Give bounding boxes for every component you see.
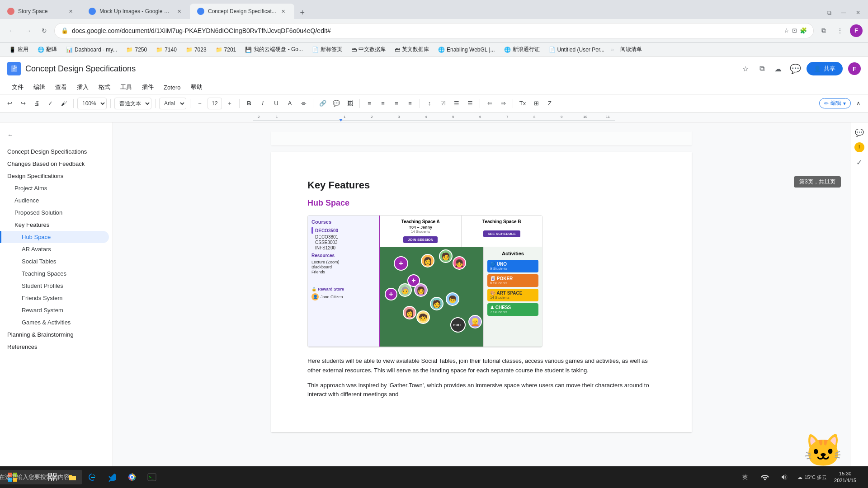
weather-widget[interactable]: ☁ 15°C 多云 [796,474,829,481]
back-button[interactable]: ← [5,24,18,37]
tab-close-btn[interactable]: ✕ [67,8,74,15]
bookmark-cndb[interactable]: 🗃中文数据库 [348,45,389,54]
bookmark-dashboard[interactable]: 📊Dashboard - my... [62,46,121,54]
volume-icon[interactable] [776,468,794,486]
see-schedule-btn[interactable]: SEE SCHEDULE [483,230,520,237]
sidebar-item-friends-system[interactable]: Friends System [0,292,109,304]
undo-btn[interactable]: ↩ [4,98,15,109]
italic-btn[interactable]: I [257,98,269,109]
font-select[interactable]: Arial [159,98,186,109]
plus-btn-3[interactable]: + [385,288,397,300]
file-explorer-btn[interactable] [63,468,81,486]
sidebar-item-design-specs[interactable]: Design Specifications [0,170,109,182]
docs-profile-btn[interactable]: F [848,62,861,75]
sidebar-item-concept-design[interactable]: Concept Design Specifications [0,145,109,158]
settings-btn[interactable]: ⋮ [834,24,846,37]
cast-icon[interactable]: ⊡ [792,27,797,34]
profile-button[interactable]: F [850,24,863,37]
bookmark-reader[interactable]: 阅读清单 [617,45,646,54]
sidebar-item-references[interactable]: References [0,341,109,353]
document-area[interactable]: Key Features Hub Space Courses DECO3500 … [113,122,850,488]
align-right[interactable]: ≡ [391,98,402,109]
tab-close-btn[interactable]: ✕ [280,8,287,15]
print-btn[interactable]: 🖨 [31,98,42,109]
join-session-btn[interactable]: JOIN SESSION [403,236,438,243]
vscode-btn[interactable] [103,468,121,486]
menu-format[interactable]: 格式 [94,81,115,93]
activity-chess[interactable]: ♟ CHESS 7 Students [487,303,538,316]
menu-help[interactable]: 帮助 [186,81,207,93]
font-size-inc[interactable]: + [224,98,236,109]
sidebar-item-audience[interactable]: Audience [0,194,109,206]
bookmark-newtab[interactable]: 📄新标签页 [308,45,346,54]
style-select[interactable]: 普通文本 [114,98,151,109]
bookmark-7140[interactable]: 📁7140 [152,46,180,54]
forward-button[interactable]: → [22,24,34,37]
sidebar-item-proposed-solution[interactable]: Proposed Solution [0,206,109,219]
align-center[interactable]: ≡ [377,98,389,109]
spellcheck-btn[interactable]: ✓ [44,98,56,109]
sidebar-item-teaching-spaces[interactable]: Teaching Spaces [0,267,109,280]
sidebar-item-student-profiles[interactable]: Student Profiles [0,280,109,292]
search-btn[interactable]: 🔍 在这里输入您要搜索的内容 [24,468,42,486]
star-doc-icon[interactable]: ☆ [739,62,752,75]
tab-mockup[interactable]: Mock Up Images - Google 云... ✕ [81,4,190,19]
comment-btn[interactable]: 💬 [330,98,342,109]
bookmark-apps[interactable]: 📱应用 [5,45,32,54]
docs-title[interactable]: Concept Design Specifications [25,64,735,74]
edge-btn[interactable] [83,468,101,486]
tab-story-space[interactable]: Story Space ✕ [0,4,81,19]
underline-btn[interactable]: U [270,98,282,109]
checklist-btn[interactable]: ☑ [437,98,449,109]
collapse-toolbar-btn[interactable]: ∧ [853,98,864,109]
sidebar-item-reward-system[interactable]: Reward System [0,304,109,316]
bookmark-7023[interactable]: 📁7023 [182,46,210,54]
image-btn[interactable]: 🖼 [344,98,356,109]
highlight-btn[interactable]: ⌯ [297,98,309,109]
system-clock[interactable]: 15:30 2021/4/15 [830,470,860,484]
extension-btn[interactable]: ⧉ [817,24,830,37]
sidebar-item-social-tables[interactable]: Social Tables [0,255,109,267]
bookmark-translate[interactable]: 🌐翻译 [34,45,61,54]
activity-art[interactable]: 🎨 ART SPACE 14 Students [487,289,538,301]
checkmark-panel-btn[interactable]: ✓ [853,156,866,169]
more-btn[interactable]: Z [544,98,556,109]
url-bar[interactable]: 🔒 docs.google.com/document/d/1XiiM7ug-PK… [54,23,814,38]
bookmark-untitled[interactable]: 📄Untitled (User Per... [545,46,609,54]
menu-file[interactable]: 文件 [7,81,28,93]
chrome-btn[interactable] [123,468,141,486]
table-btn[interactable]: ⊞ [530,98,542,109]
indent-less[interactable]: ⇐ [484,98,495,109]
activity-poker[interactable]: 🃏 POKER 6 Students [487,274,538,287]
menu-addons[interactable]: 插件 [137,81,158,93]
input-indicator[interactable]: 英 [736,468,754,486]
menu-edit[interactable]: 编辑 [29,81,50,93]
menu-zotero[interactable]: Zotero [159,82,185,93]
notification-btn[interactable]: ! [854,142,864,152]
bullets-btn[interactable]: ☰ [451,98,462,109]
network-icon[interactable] [756,468,774,486]
close-btn[interactable]: ✕ [852,6,864,19]
zoom-select[interactable]: 100% [77,98,107,109]
extension-icon[interactable]: 🧩 [800,27,807,34]
sidebar-item-changes[interactable]: Changes Based on Feedback [0,158,109,170]
linespacing-btn[interactable]: ↕ [424,98,435,109]
paintformat-btn[interactable]: 🖌 [58,98,70,109]
redo-btn[interactable]: ↪ [17,98,29,109]
restore-btn[interactable]: ⧉ [823,6,835,19]
bookmark-7250[interactable]: 📁7250 [123,46,151,54]
bookmark-drive[interactable]: 💾我的云端硬盘 - Go... [241,45,307,54]
sidebar-back-btn[interactable]: ← [0,128,113,142]
menu-view[interactable]: 查看 [51,81,71,93]
move-doc-icon[interactable]: ⧉ [755,62,768,75]
tab-close-btn[interactable]: ✕ [175,8,183,15]
task-view-btn[interactable] [43,468,61,486]
link-btn[interactable]: 🔗 [317,98,329,109]
align-left[interactable]: ≡ [363,98,375,109]
clear-format[interactable]: Tx [517,98,528,109]
numbering-btn[interactable]: ☰ [464,98,476,109]
tab-concept-design[interactable]: Concept Design Specificat... ✕ [190,4,294,19]
reward-store[interactable]: 🔒Reward Store [311,287,376,291]
font-size-input[interactable] [208,98,222,109]
minimize-btn[interactable]: ─ [837,6,850,19]
